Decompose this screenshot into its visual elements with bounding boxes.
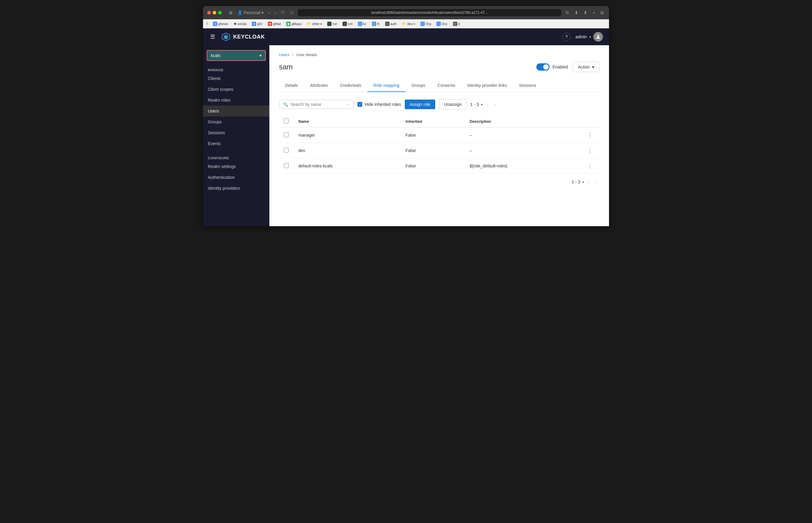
bottom-pagination-dropdown-icon: ▾ <box>582 180 584 184</box>
new-tab-btn[interactable]: + <box>592 10 596 16</box>
sidebar-item-realm-roles[interactable]: Realm roles <box>203 95 269 106</box>
bookmark-d[interactable]: ⬡ d <box>451 21 462 26</box>
tab-sessions[interactable]: Sessions <box>513 79 542 92</box>
search-submit-btn[interactable]: → <box>346 102 350 107</box>
row-1-menu-btn[interactable]: ⋮ <box>585 131 595 139</box>
table-header-row: Name Inherited Description <box>279 115 599 128</box>
tab-role-mapping[interactable]: Role mapping <box>367 79 405 92</box>
sidebar-item-events[interactable]: Events <box>203 138 269 149</box>
row-3-checkbox-cell <box>279 158 293 174</box>
address-bar[interactable] <box>298 9 561 16</box>
profile-btn[interactable]: 👤 Personal ▾ <box>236 10 265 16</box>
sidebar-item-realm-settings[interactable]: Realm settings <box>203 161 269 172</box>
bottom-prev-page-btn[interactable]: ‹ <box>587 179 592 185</box>
extensions-btn[interactable]: ⁝⁝⁝ <box>289 10 295 16</box>
sidebar-item-users[interactable]: Users <box>203 106 269 116</box>
shield-icon[interactable]: 🛡 <box>279 10 286 16</box>
sidebar-item-groups[interactable]: Groups <box>203 116 269 127</box>
tab-attributes[interactable]: Attributes <box>304 79 334 92</box>
row-2-checkbox[interactable] <box>284 148 289 152</box>
bookmark-h[interactable]: ⬡ /h <box>370 21 382 26</box>
tab-view-btn[interactable]: ⊞ <box>228 10 234 16</box>
sidebar-item-client-scopes[interactable]: Client scopes <box>203 84 269 95</box>
share-btn[interactable]: ⬆ <box>582 10 589 16</box>
download-btn[interactable]: ⬇ <box>573 10 579 16</box>
row-3-checkbox[interactable] <box>284 163 289 168</box>
tabs: Details Attributes Credentials Role mapp… <box>279 79 599 92</box>
run-icon: ⬡ <box>327 22 331 26</box>
app-container: ☰ KEYCLOAK ? admin ▾ <box>203 28 609 226</box>
breadcrumb-separator: > <box>292 53 294 57</box>
unassign-button[interactable]: Unassign <box>439 99 467 109</box>
breadcrumb-users-link[interactable]: Users <box>279 53 289 57</box>
hide-inherited-label[interactable]: ✓ Hide inherited roles <box>358 102 401 107</box>
role-toolbar: 🔍 → ✓ Hide inherited roles Assign role <box>279 99 599 109</box>
row-1-checkbox-cell <box>279 128 293 143</box>
bottom-next-page-btn[interactable]: › <box>594 179 599 185</box>
close-traffic-light[interactable] <box>207 11 211 15</box>
org-icon: ⬡ <box>420 22 425 26</box>
realm-selector[interactable]: kcals ▾ <box>206 50 266 61</box>
bookmark-gdr[interactable]: G gDr <box>250 21 264 26</box>
browser-nav-controls: ⊞ 👤 Personal ▾ ‹ › 🛡 ⁝⁝⁝ <box>228 10 295 16</box>
row-3-inherited: False <box>401 158 465 174</box>
search-input[interactable] <box>290 102 343 107</box>
user-menu[interactable]: admin ▾ <box>576 32 603 42</box>
bookmark-gmail[interactable]: M gMail <box>266 21 283 26</box>
browser-titlebar: ⊞ 👤 Personal ▾ ‹ › 🛡 ⁝⁝⁝ ↻ ⬇ ⬆ + ⧉ <box>203 6 609 19</box>
minimize-traffic-light[interactable] <box>213 11 216 15</box>
avatar <box>593 32 603 42</box>
content-inner: Users > User details sam Enabled Action <box>269 45 609 226</box>
hamburger-btn[interactable]: ☰ <box>209 32 216 41</box>
copy-tab-btn[interactable]: ⧉ <box>599 10 605 16</box>
bookmark-kc[interactable]: ⬡ kc <box>356 21 368 26</box>
hide-inherited-checkbox[interactable]: ✓ <box>358 102 362 107</box>
table-row: manager False – ⋮ <box>279 128 599 143</box>
assign-role-button[interactable]: Assign role <box>405 100 435 109</box>
row-2-actions: ⋮ <box>581 143 599 158</box>
main-layout: kcals ▾ Manage Clients Client scopes Rea… <box>203 45 609 226</box>
bookmark-org[interactable]: ⬡ Org <box>419 21 433 26</box>
enabled-toggle[interactable] <box>536 64 549 71</box>
row-2-menu-btn[interactable]: ⋮ <box>585 147 595 155</box>
tab-identity-provider-links[interactable]: Identity provider links <box>461 79 513 92</box>
back-btn[interactable]: ‹ <box>267 10 271 16</box>
bookmark-ont[interactable]: ⬡ ont <box>341 21 354 26</box>
bookmark-run[interactable]: ⬡ run <box>325 21 339 26</box>
select-all-checkbox[interactable] <box>284 119 289 123</box>
bookmark-orinda[interactable]: ✱ orinda <box>232 21 249 26</box>
row-1-checkbox[interactable] <box>284 132 289 137</box>
tab-groups[interactable]: Groups <box>405 79 431 92</box>
help-btn[interactable]: ? <box>562 33 571 41</box>
manage-section-label: Manage <box>203 66 269 73</box>
sidebar-item-clients[interactable]: Clients <box>203 73 269 84</box>
bookmark-gnews[interactable]: G gNews <box>211 21 230 26</box>
tab-details[interactable]: Details <box>279 79 304 92</box>
folder-icon: 📁 <box>307 22 311 26</box>
sidebar-item-identity-providers[interactable]: Identity providers <box>203 183 269 194</box>
bookmark-gmaps[interactable]: ◉ gMaps <box>285 21 303 26</box>
search-container: 🔍 → <box>279 100 354 109</box>
action-dropdown-icon: ▾ <box>592 65 594 69</box>
tab-credentials[interactable]: Credentials <box>334 79 367 92</box>
enabled-toggle-container: Enabled <box>536 64 568 71</box>
forward-btn[interactable]: › <box>274 10 277 16</box>
configure-section-label: Configure <box>203 154 269 161</box>
maximize-traffic-light[interactable] <box>218 11 222 15</box>
bookmark-other[interactable]: 📁 other ▾ <box>305 21 324 26</box>
reload-btn[interactable]: ↻ <box>564 10 571 16</box>
tab-consents[interactable]: Consents <box>431 79 461 92</box>
row-3-menu-btn[interactable]: ⋮ <box>585 162 595 170</box>
sidebar-item-sessions[interactable]: Sessions <box>203 127 269 138</box>
prev-page-btn[interactable]: ‹ <box>485 101 490 108</box>
browser-window: ⊞ 👤 Personal ▾ ‹ › 🛡 ⁝⁝⁝ ↻ ⬇ ⬆ + ⧉ ⠿ G g… <box>203 6 609 226</box>
user-avatar-icon <box>595 34 601 39</box>
bookmark-auth[interactable]: ⬡ auth <box>383 21 398 26</box>
bookmark-dev[interactable]: 📁 dev ▾ <box>400 21 417 26</box>
action-button[interactable]: Action ▾ <box>573 62 599 72</box>
apps-grid-icon[interactable]: ⠿ <box>206 22 208 25</box>
bookmark-doc[interactable]: ⬡ Doc <box>435 21 449 26</box>
next-page-btn[interactable]: › <box>493 101 498 108</box>
sidebar-item-authentication[interactable]: Authentication <box>203 172 269 183</box>
select-all-header <box>279 115 293 128</box>
